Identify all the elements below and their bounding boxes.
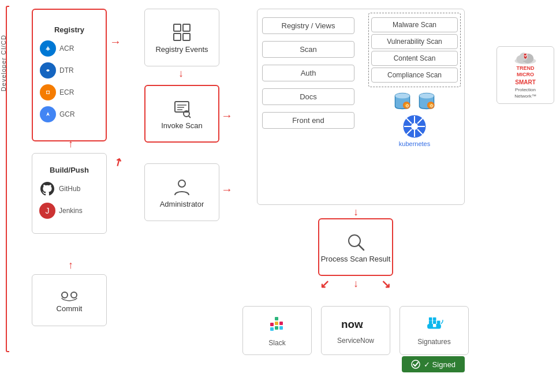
svg-rect-55 [429, 317, 432, 320]
registry-events-label: Registry Events [155, 45, 208, 54]
servicenow-output-box: now . ServiceNow [321, 306, 390, 355]
arrow-buildpush-to-registry: ↑ [68, 139, 73, 149]
svg-rect-9 [183, 33, 190, 40]
buildpush-item-github: GitHub [37, 180, 102, 198]
svg-rect-8 [174, 33, 181, 40]
commit-label: Commit [57, 304, 83, 313]
commit-icon [59, 288, 79, 302]
administrator-box: Administrator [144, 163, 219, 221]
signed-badge: ✓ Signed [402, 356, 465, 372]
ecr-label: ECR [59, 88, 74, 96]
registry-title: Registry [54, 25, 84, 34]
scan-type-vulnerability: Vulnerability Scan [371, 34, 458, 49]
svg-rect-6 [174, 24, 181, 31]
signatures-label: Signatures [417, 338, 450, 346]
gcr-label: GCR [59, 110, 75, 118]
svg-point-16 [178, 180, 185, 187]
db-icon-1: ⚙ [392, 91, 413, 111]
svg-rect-47 [279, 326, 283, 330]
arrow-admin-to-main: → [221, 184, 233, 195]
kubernetes-icon [402, 114, 427, 139]
registry-events-icon [171, 22, 192, 43]
slack-output-box: Slack [242, 306, 312, 355]
arrow-invoke-to-main: → [221, 110, 233, 121]
registry-item-ecr: ECR [38, 83, 101, 102]
process-scan-box: Process Scan Result [318, 218, 393, 276]
diagram-container: Developer CI/CD Registry ACR DTR ECR G [0, 0, 560, 392]
jenkins-label: Jenkins [59, 207, 83, 215]
svg-point-20 [395, 94, 409, 99]
svg-rect-7 [183, 24, 190, 31]
svg-text:now: now [341, 318, 363, 330]
service-docs: Docs [262, 88, 354, 105]
cicd-label: Developer CI/CD [0, 35, 7, 91]
svg-rect-57 [433, 324, 436, 327]
registry-box: Registry ACR DTR ECR GCR [32, 9, 107, 141]
svg-text:⚙: ⚙ [405, 103, 409, 109]
servicenow-label: ServiceNow [337, 337, 374, 345]
buildpush-box: Build/Push GitHub J Jenkins [32, 153, 107, 234]
svg-rect-44 [275, 317, 278, 320]
scan-types-dashed-box: Malware Scan Vulnerability Scan Content … [368, 13, 461, 87]
servicenow-icon: now . [341, 317, 370, 333]
signatures-output-box: Signatures [400, 306, 469, 355]
kubernetes-section: kubernetes [368, 114, 461, 147]
arrow-registry-to-events: → [110, 36, 121, 47]
acr-label: ACR [59, 44, 74, 53]
svg-rect-45 [275, 322, 278, 325]
db-icons-row: ⚙ ⚙ [368, 91, 461, 111]
arrow-to-servicenow: ↓ [353, 278, 359, 289]
svg-point-4 [47, 91, 49, 94]
dtr-label: DTR [59, 66, 74, 74]
arrow-to-signatures: ↘ [381, 278, 391, 290]
arrow-events-to-invoke: ↓ [178, 68, 184, 79]
signed-check-icon [411, 360, 420, 369]
svg-rect-52 [429, 320, 432, 324]
slack-icon [268, 315, 286, 335]
buildpush-item-jenkins: J Jenkins [37, 201, 102, 220]
gcr-icon [40, 106, 56, 122]
arrow-commit-to-buildpush: ↑ [68, 260, 73, 270]
scan-type-malware: Malware Scan [371, 17, 458, 32]
service-scan: Scan [262, 41, 354, 58]
scan-types-column: Malware Scan Vulnerability Scan Content … [368, 13, 461, 147]
svg-text:.: . [361, 322, 363, 328]
process-scan-icon [345, 232, 366, 252]
signed-text: ✓ Signed [424, 360, 456, 369]
process-scan-label: Process Scan Result [321, 255, 391, 263]
administrator-label: Administrator [160, 200, 204, 208]
svg-rect-56 [433, 317, 436, 320]
svg-rect-53 [433, 320, 436, 324]
slack-label: Slack [268, 339, 285, 347]
invoke-scan-icon [171, 98, 192, 119]
registry-item-gcr: GCR [38, 105, 101, 124]
svg-line-41 [359, 245, 364, 250]
svg-rect-43 [270, 327, 274, 331]
svg-rect-42 [270, 323, 274, 326]
arrow-main-to-process: ↓ [353, 207, 359, 217]
github-label: GitHub [59, 185, 80, 193]
svg-point-25 [419, 94, 434, 99]
registry-events-box: Registry Events [144, 9, 219, 66]
svg-rect-54 [437, 320, 440, 324]
main-services-box: Registry / Views Scan Auth Docs Front en… [257, 9, 465, 205]
registry-item-acr: ACR [38, 39, 101, 58]
docker-icon [424, 316, 445, 334]
scan-type-compliance: Compliance Scan [371, 68, 458, 83]
kubernetes-label: kubernetes [399, 140, 430, 147]
jenkins-icon: J [39, 203, 55, 219]
invoke-scan-box: Invoke Scan [144, 85, 219, 143]
svg-line-15 [189, 116, 191, 118]
dtr-icon [40, 62, 56, 79]
github-icon [39, 181, 55, 197]
svg-point-31 [411, 123, 418, 130]
invoke-scan-label: Invoke Scan [161, 121, 203, 130]
db-icon-2: ⚙ [416, 91, 437, 111]
commit-box: Commit [32, 274, 107, 326]
trendmicro-text: TREND MICRO SMART Protection Network™ [514, 65, 536, 100]
buildpush-title: Build/Push [50, 166, 89, 174]
service-auth: Auth [262, 65, 354, 81]
services-column: Registry / Views Scan Auth Docs Front en… [262, 15, 354, 131]
service-frontend: Front end [262, 112, 354, 129]
scan-type-content: Content Scan [371, 51, 458, 66]
